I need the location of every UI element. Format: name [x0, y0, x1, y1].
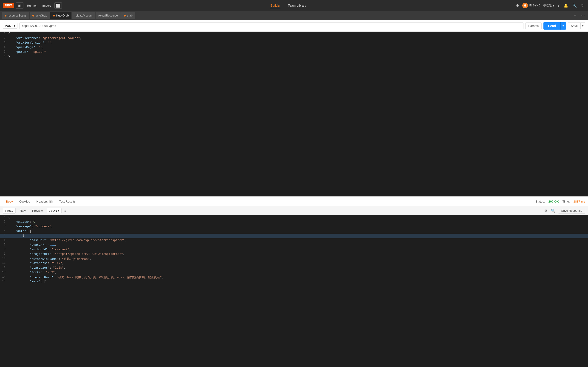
new-tab-button[interactable]: ⬜: [54, 2, 62, 9]
table-row: 10 "authorNickName": "自风/Spiderman",: [0, 257, 588, 261]
top-navigation: NEW ▣ Runner Import ⬜ Builder Team Libra…: [0, 0, 588, 11]
line-number: 11: [0, 261, 8, 266]
save-chevron-icon: ▾: [582, 24, 584, 27]
runner-button[interactable]: Runner: [25, 3, 39, 8]
favorites-heart-button[interactable]: ♡: [580, 2, 585, 9]
line-content: "forks": "939",: [8, 271, 588, 275]
line-content: "message": "success",: [8, 225, 588, 229]
line-content: }: [8, 55, 588, 59]
layout-icon: ▣: [18, 4, 21, 7]
user-name: 邓维佳: [543, 3, 552, 8]
tab-dot: [5, 15, 6, 17]
nav-center: Builder Team Library: [64, 3, 513, 8]
format-raw-button[interactable]: Raw: [17, 208, 28, 213]
save-button[interactable]: Save: [568, 23, 581, 29]
line-number: 12: [0, 266, 8, 270]
search-response-button[interactable]: 🔍: [550, 208, 556, 214]
nav-right: ⚙ IN SYNC 邓维佳 ▾ ? 🔔 🔧 ♡: [515, 2, 585, 9]
filter-lines-button[interactable]: ≡: [63, 208, 67, 214]
line-number: 3: [0, 225, 8, 229]
format-type-select[interactable]: JSON ▾: [47, 208, 61, 213]
response-tab-headers[interactable]: Headers 6: [33, 197, 56, 206]
notification-bell-button[interactable]: 🔔: [563, 2, 569, 9]
line-content: "meta": [: [8, 280, 588, 284]
table-row: 4 "data": [: [0, 229, 588, 234]
nav-builder[interactable]: Builder: [270, 3, 280, 8]
settings-wrench-button[interactable]: 🔧: [571, 2, 578, 9]
table-row: 2 "status": 0,: [0, 220, 588, 225]
table-row: 6 "baseUrl": "https://gitee.com/explore/…: [0, 238, 588, 243]
import-button[interactable]: Import: [40, 3, 52, 8]
add-tab-button[interactable]: +: [572, 12, 578, 19]
line-number: 10: [0, 257, 8, 261]
tab-reloadResource[interactable]: reloadResource: [95, 12, 121, 19]
line-content: "authorId": "l-weiwei",: [8, 248, 588, 252]
settings-icon-button[interactable]: ⚙: [515, 2, 520, 9]
request-section: resourceStatus umeGrab fliggyGrab reload…: [0, 11, 588, 196]
copy-response-button[interactable]: ⧉: [544, 208, 548, 214]
save-response-button[interactable]: Save Response: [558, 208, 585, 214]
url-input[interactable]: [19, 23, 523, 29]
tab-label: fliggyGrab: [56, 14, 69, 17]
more-tabs-button[interactable]: ···: [580, 12, 586, 19]
nav-team-library[interactable]: Team Library: [288, 3, 306, 8]
response-tab-body-label: Body: [6, 200, 13, 203]
time-label: Time:: [562, 200, 570, 203]
table-row: 4 "queryPage": "",: [0, 45, 588, 50]
chevron-down-icon: ▾: [553, 4, 554, 7]
response-tab-headers-label: Headers: [36, 200, 48, 203]
table-row: 7 "avatar": null,: [0, 243, 588, 248]
line-number: 13: [0, 271, 8, 275]
sync-text: IN SYNC: [529, 4, 540, 7]
response-tab-test-results[interactable]: Test Results: [56, 197, 79, 206]
table-row: 9 "projectUrl": "https://gitee.com/l-wei…: [0, 252, 588, 257]
line-content: "projectDesc": "强力 Java 爬虫，列表分页、详细页分页、aj…: [8, 275, 588, 279]
headers-count-badge: 6: [49, 200, 53, 203]
response-tab-cookies[interactable]: Cookies: [16, 197, 33, 206]
tab-resourceStatus[interactable]: resourceStatus: [2, 12, 29, 19]
send-dropdown-button[interactable]: ▾: [561, 22, 566, 30]
response-status: Status: 200 OK Time: 1887 ms: [536, 200, 585, 203]
send-button[interactable]: Send: [544, 22, 561, 30]
line-content: "projectUrl": "https://gitee.com/l-weiwe…: [8, 252, 588, 257]
line-number: 8: [0, 248, 8, 252]
line-content: "data": [: [8, 229, 588, 234]
line-content: "crawlerVersion": "",: [8, 41, 588, 45]
line-number: 7: [0, 243, 8, 247]
table-row: 1{: [0, 32, 588, 36]
method-select[interactable]: POST ▾: [3, 23, 17, 29]
line-content: {: [8, 32, 588, 36]
user-menu-button[interactable]: 邓维佳 ▾: [543, 3, 554, 8]
tab-label: umeGrab: [36, 14, 47, 17]
line-number: 6: [0, 55, 8, 59]
params-button[interactable]: Params: [525, 23, 542, 29]
response-tab-body[interactable]: Body: [3, 197, 16, 206]
tab-dot: [124, 15, 126, 17]
status-value: 200 OK: [548, 200, 559, 203]
tab-label: grab: [127, 14, 132, 17]
table-row: 12 "stargazer": "2.2k",: [0, 266, 588, 270]
table-row: 3 "crawlerVersion": "",: [0, 41, 588, 45]
response-tab-test-results-label: Test Results: [59, 200, 76, 203]
method-chevron-icon: ▾: [14, 24, 15, 27]
format-preview-button[interactable]: Preview: [30, 208, 45, 213]
tab-label: reloadResource: [98, 14, 118, 17]
layout-toggle-button[interactable]: ▣: [16, 2, 23, 9]
tab-fliggyGrab[interactable]: fliggyGrab: [50, 12, 72, 19]
tab-umeGrab[interactable]: umeGrab: [30, 12, 50, 19]
table-row: 11 "watchers": "1.1k",: [0, 261, 588, 266]
tab-grab[interactable]: grab: [121, 12, 135, 19]
table-row: 3 "message": "success",: [0, 225, 588, 229]
main-layout: resourceStatus umeGrab fliggyGrab reload…: [0, 11, 588, 367]
response-body-editor[interactable]: 1{2 "status": 0,3 "message": "success",4…: [0, 215, 588, 367]
line-number: 5: [0, 50, 8, 54]
line-content: "baseUrl": "https://gitee.com/explore/st…: [8, 239, 588, 243]
request-body-editor[interactable]: 1{2 "crawlerName": "giteeProjectCrawler"…: [0, 32, 588, 196]
new-button[interactable]: NEW: [3, 3, 14, 8]
help-button[interactable]: ?: [556, 2, 561, 8]
format-pretty-button[interactable]: Pretty: [3, 208, 16, 214]
table-row: 5 "param": "spider": [0, 50, 588, 55]
save-dropdown-button[interactable]: ▾: [581, 23, 585, 29]
tab-reloadAccount[interactable]: reloadAccount: [72, 12, 95, 19]
tab-dot: [32, 15, 34, 17]
